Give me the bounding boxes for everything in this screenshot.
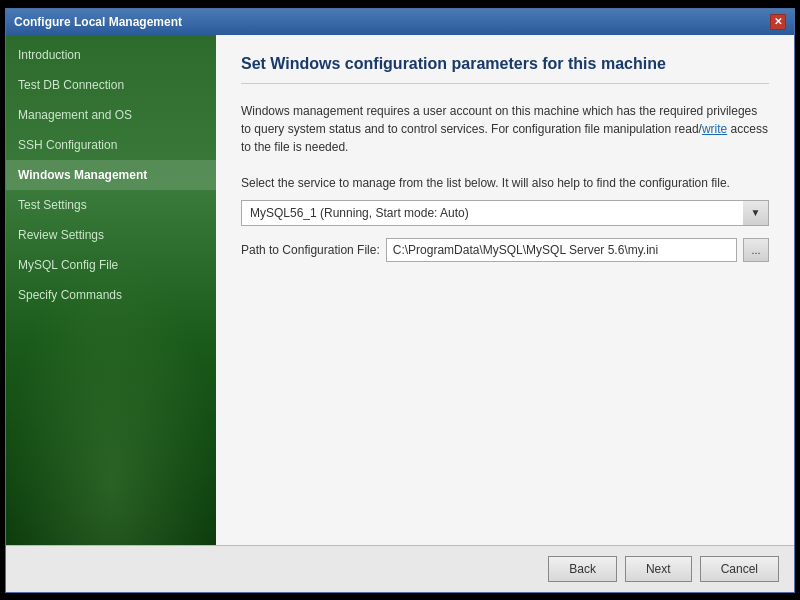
- sidebar-item-mysql-config-file[interactable]: MySQL Config File: [6, 250, 216, 280]
- configure-local-management-window: Configure Local Management ✕ Introductio…: [5, 8, 795, 593]
- close-button[interactable]: ✕: [770, 14, 786, 30]
- sidebar-item-test-db-connection[interactable]: Test DB Connection: [6, 70, 216, 100]
- main-content: Set Windows configuration parameters for…: [216, 35, 794, 545]
- select-service-label: Select the service to manage from the li…: [241, 176, 769, 190]
- browse-button[interactable]: ...: [743, 238, 769, 262]
- bottom-bar: Back Next Cancel: [6, 545, 794, 592]
- window-title: Configure Local Management: [14, 15, 182, 29]
- sidebar-item-review-settings[interactable]: Review Settings: [6, 220, 216, 250]
- content-area: IntroductionTest DB ConnectionManagement…: [6, 35, 794, 545]
- titlebar: Configure Local Management ✕: [6, 9, 794, 35]
- sidebar-item-introduction[interactable]: Introduction: [6, 40, 216, 70]
- sidebar-item-test-settings[interactable]: Test Settings: [6, 190, 216, 220]
- config-file-label: Path to Configuration File:: [241, 243, 380, 257]
- service-select-container: MySQL56_1 (Running, Start mode: Auto) ▼: [241, 200, 769, 226]
- back-button[interactable]: Back: [548, 556, 617, 582]
- spacer: [241, 262, 769, 525]
- description-text: Windows management requires a user accou…: [241, 102, 769, 156]
- desc-link: write: [702, 122, 727, 136]
- sidebar-item-ssh-configuration[interactable]: SSH Configuration: [6, 130, 216, 160]
- desc-part1: Windows management requires a user accou…: [241, 104, 757, 136]
- config-file-input[interactable]: [386, 238, 737, 262]
- sidebar-item-specify-commands[interactable]: Specify Commands: [6, 280, 216, 310]
- page-title: Set Windows configuration parameters for…: [241, 55, 769, 84]
- service-select[interactable]: MySQL56_1 (Running, Start mode: Auto): [241, 200, 769, 226]
- sidebar-item-windows-management[interactable]: Windows Management: [6, 160, 216, 190]
- next-button[interactable]: Next: [625, 556, 692, 582]
- cancel-button[interactable]: Cancel: [700, 556, 779, 582]
- sidebar-item-management-and-os[interactable]: Management and OS: [6, 100, 216, 130]
- config-file-row: Path to Configuration File: ...: [241, 238, 769, 262]
- sidebar: IntroductionTest DB ConnectionManagement…: [6, 35, 216, 545]
